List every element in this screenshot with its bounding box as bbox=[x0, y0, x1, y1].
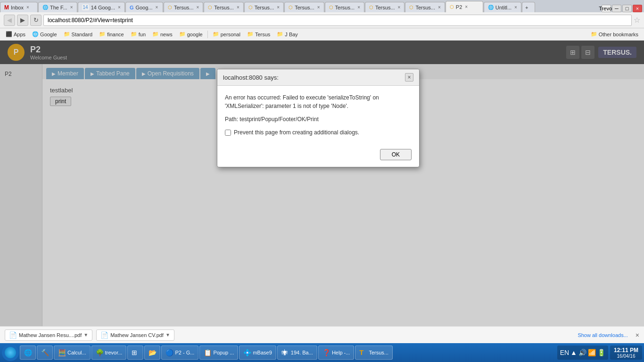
trevor-icon: 🌳 bbox=[96, 349, 103, 356]
bookmark-tersus[interactable]: 📁 Tersus bbox=[244, 30, 273, 38]
window-maximize[interactable]: □ bbox=[622, 5, 632, 12]
taskbar-mbase[interactable]: 💠 mBase9 bbox=[239, 346, 276, 360]
dialog-titlebar: localhost:8080 says: × bbox=[217, 69, 419, 86]
window-minimize[interactable]: ─ bbox=[612, 5, 621, 12]
taskbar-194[interactable]: 🕷 194. Ba... bbox=[277, 346, 317, 360]
tab-close-tersus3[interactable]: × bbox=[277, 5, 280, 10]
dialog-close-button[interactable]: × bbox=[405, 73, 413, 82]
folder-icon-standard: 📁 bbox=[64, 31, 70, 37]
tab-label-thef: The F... bbox=[50, 5, 67, 10]
tab-close-inbox[interactable]: × bbox=[26, 5, 29, 10]
bookmark-other[interactable]: 📁 Other bookmarks bbox=[588, 30, 641, 38]
folder-icon-personal: 📁 bbox=[213, 31, 219, 37]
download-icon-2: 📄 bbox=[100, 331, 108, 339]
tab-tersus5[interactable]: ⬡ Tersus... × bbox=[325, 2, 364, 12]
taskbar-help-label: Help -... bbox=[332, 350, 350, 355]
folder-taskbar-icon: 📂 bbox=[149, 349, 156, 356]
clock-area[interactable]: 12:11 PM 16/04/16 bbox=[610, 346, 642, 360]
address-input[interactable] bbox=[43, 15, 632, 26]
new-tab-icon: + bbox=[525, 5, 528, 10]
show-all-downloads[interactable]: Show all downloads... bbox=[578, 332, 627, 338]
bookmark-fun[interactable]: 📁 fun bbox=[128, 30, 149, 38]
tab-close-tersus7[interactable]: × bbox=[438, 5, 441, 10]
taskbar-ie[interactable]: 🌐 bbox=[20, 346, 36, 360]
tab-label-tersus1: Tersus... bbox=[174, 5, 194, 10]
prevent-dialogs-checkbox[interactable] bbox=[225, 130, 231, 136]
bookmark-google2[interactable]: 📁 google bbox=[176, 30, 206, 38]
new-tab-button[interactable]: + bbox=[522, 2, 535, 12]
tray-network[interactable]: 📶 bbox=[588, 349, 596, 356]
tab-label-tersus7: Tersus... bbox=[415, 5, 435, 10]
popup-icon: 📋 bbox=[204, 349, 211, 356]
taskbar-p2[interactable]: 🔵 P2 - G... bbox=[161, 346, 198, 360]
download-arrow-2[interactable]: ▼ bbox=[165, 332, 170, 337]
tray-icons: EN ▲ 🔊 📶 🔋 bbox=[557, 346, 608, 360]
bookmark-google[interactable]: 🌐 Google bbox=[29, 30, 59, 38]
tab-goog1[interactable]: 14 14 Goog... × bbox=[78, 2, 125, 12]
tab-close-tersus1[interactable]: × bbox=[196, 5, 199, 10]
taskbar-tersus[interactable]: T Tersus... bbox=[355, 346, 393, 360]
tab-label-tersus6: Tersus... bbox=[375, 5, 395, 10]
dialog-title: localhost:8080 says: bbox=[223, 74, 279, 81]
dialog-overlay: localhost:8080 says: × An error has occu… bbox=[0, 41, 644, 326]
taskbar-popup-label: Popup ... bbox=[213, 350, 234, 355]
downloads-bar-close[interactable]: × bbox=[636, 331, 639, 339]
bookmark-standard[interactable]: 📁 Standard bbox=[61, 30, 96, 38]
download-item-2[interactable]: 📄 Mathew Jansen CV.pdf ▼ bbox=[96, 329, 174, 341]
taskbar-folder[interactable]: 📂 bbox=[144, 346, 160, 360]
window-user[interactable]: Trevor bbox=[602, 5, 611, 12]
tab-close-tersus5[interactable]: × bbox=[357, 5, 360, 10]
tab-tersus6[interactable]: ⬡ Tersus... × bbox=[365, 2, 405, 12]
tab-close-untitl[interactable]: × bbox=[514, 5, 517, 10]
tray-battery[interactable]: 🔋 bbox=[597, 349, 605, 356]
forward-button[interactable]: ▶ bbox=[17, 15, 28, 26]
tray-up-arrow[interactable]: ▲ bbox=[570, 349, 577, 356]
tab-close-goog2[interactable]: × bbox=[156, 5, 158, 10]
bookmark-apps[interactable]: ⬛ Apps bbox=[3, 30, 28, 38]
tab-tersus1[interactable]: ⬡ Tersus... × bbox=[164, 2, 203, 12]
tab-p2[interactable]: ⬡ P2 × bbox=[446, 1, 483, 12]
download-arrow-1[interactable]: ▼ bbox=[83, 332, 88, 337]
back-button[interactable]: ◀ bbox=[4, 15, 15, 26]
bookmark-star[interactable]: ☆ bbox=[634, 16, 640, 25]
tab-tersus2[interactable]: ⬡ Tersus... × bbox=[204, 2, 243, 12]
taskbar-hammer[interactable]: 🔨 bbox=[37, 346, 53, 360]
tab-label-goog1: 14 Goog... bbox=[91, 5, 115, 10]
taskbar-calc[interactable]: 🧮 Calcul... bbox=[54, 346, 91, 360]
dialog-ok-button[interactable]: OK bbox=[380, 149, 412, 160]
tab-tersus4[interactable]: ⬡ Tersus... × bbox=[284, 2, 324, 12]
tab-close-tersus4[interactable]: × bbox=[317, 5, 320, 10]
taskbar-help[interactable]: ❓ Help -... bbox=[318, 346, 355, 360]
bookmark-jbay[interactable]: 📁 J Bay bbox=[274, 30, 301, 38]
taskbar-trevor[interactable]: 🌳 trevor... bbox=[91, 346, 127, 360]
taskbar-mbase-label: mBase9 bbox=[253, 350, 272, 355]
tray-speaker[interactable]: 🔊 bbox=[578, 349, 586, 356]
window-close[interactable]: × bbox=[633, 5, 642, 12]
reload-button[interactable]: ↻ bbox=[30, 15, 41, 26]
spider-icon: 🕷 bbox=[281, 349, 289, 356]
tab-close-goog1[interactable]: × bbox=[118, 5, 121, 10]
tab-untitl[interactable]: 🌐 Untitl... × bbox=[484, 2, 521, 12]
tab-close-tersus6[interactable]: × bbox=[398, 5, 401, 10]
tab-close-p2[interactable]: × bbox=[465, 4, 468, 9]
taskbar-grid[interactable]: ⊞ bbox=[127, 346, 143, 360]
tab-tersus7[interactable]: ⬡ Tersus... × bbox=[405, 2, 445, 12]
tab-goog2[interactable]: G Goog... × bbox=[125, 2, 163, 12]
folder-icon-other: 📁 bbox=[591, 31, 597, 37]
bookmark-news[interactable]: 📁 news bbox=[149, 30, 175, 38]
tab-close-thef[interactable]: × bbox=[70, 5, 73, 10]
taskbar-popup[interactable]: 📋 Popup ... bbox=[199, 346, 238, 360]
tab-inbox[interactable]: M Inbox × bbox=[0, 2, 38, 12]
start-button[interactable] bbox=[2, 344, 19, 361]
help-icon: ❓ bbox=[322, 349, 330, 356]
google-bm-icon: 🌐 bbox=[32, 31, 39, 37]
taskbar-194-label: 194. Ba... bbox=[291, 350, 313, 355]
tab-thef[interactable]: 🌐 The F... × bbox=[38, 2, 77, 12]
tab-close-tersus2[interactable]: × bbox=[237, 5, 239, 10]
hammer-icon: 🔨 bbox=[41, 349, 49, 356]
bookmark-personal[interactable]: 📁 personal bbox=[210, 30, 243, 38]
bookmark-finance[interactable]: 📁 finance bbox=[96, 30, 126, 38]
download-item-1[interactable]: 📄 Mathew Jansen Resu....pdf ▼ bbox=[5, 329, 92, 341]
download-label-1: Mathew Jansen Resu....pdf bbox=[19, 332, 82, 338]
tab-tersus3[interactable]: ⬡ Tersus... × bbox=[244, 2, 284, 12]
